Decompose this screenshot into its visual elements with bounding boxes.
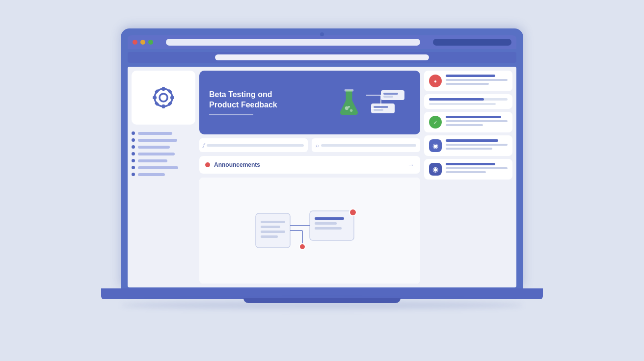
svg-rect-19 [383,96,393,98]
browser-search-bar [433,39,511,46]
avatar-3: ◉ [429,139,442,152]
sidebar-item-label [138,146,170,149]
svg-rect-33 [315,222,337,225]
banner-title: Beta Testing ond [209,90,329,100]
check-icon: ✓ [433,120,437,125]
filter-input[interactable]: 𝑓 [199,138,308,152]
toolbar-row: 𝑓 ⌕ [199,138,420,152]
right-card-2[interactable]: ✓ [424,112,512,132]
svg-rect-22 [374,109,383,111]
svg-point-11 [345,106,349,110]
card-text-line [446,144,508,146]
svg-rect-10 [345,89,353,92]
filter-input-line [207,144,304,147]
laptop-base [101,288,543,299]
card-text-line [446,167,508,169]
sidebar-item[interactable] [132,131,195,135]
browser-navbar [128,52,516,63]
card-content-1 [446,75,508,85]
main-content: Beta Testing ond Product Feedback [199,71,420,284]
card-content-3 [446,139,508,150]
search-icon: ⌕ [316,142,319,148]
svg-rect-20 [371,103,395,113]
banner-title-line2: Product Feedback [209,100,329,110]
sidebar-item[interactable] [132,145,195,149]
svg-rect-27 [261,235,278,238]
sidebar-item-label [138,153,175,155]
workflow-diagram [246,199,374,262]
address-bar[interactable] [166,39,420,46]
sidebar-item-label [138,159,167,162]
card-text-line [446,83,489,85]
svg-rect-21 [374,106,388,108]
search-input[interactable]: ⌕ [312,138,420,152]
gear-icon [149,83,178,112]
card-text-line [446,148,492,150]
navbar-content [215,54,429,60]
svg-point-30 [299,244,305,250]
svg-rect-18 [383,93,398,95]
svg-rect-31 [310,211,354,240]
card-text-line [446,124,483,126]
svg-rect-34 [315,227,342,230]
avatar-1: ● [429,75,442,87]
sidebar-item-label [138,173,165,176]
announcements-bar[interactable]: Announcements → [199,156,420,174]
gear-icon-box [132,71,195,125]
sidebar-bullet [132,152,135,155]
close-button-dot[interactable] [133,40,137,45]
svg-rect-5 [170,96,174,99]
banner: Beta Testing ond Product Feedback [199,71,420,134]
sidebar-item-label [138,166,178,169]
flask-icon [337,88,361,117]
avatar-2: ✓ [429,116,442,129]
sidebar-item[interactable] [132,159,195,162]
svg-point-13 [348,106,350,108]
sidebar-item[interactable] [132,166,195,169]
user-icon: ◉ [432,142,438,150]
workflow-area [199,178,420,284]
right-card-4[interactable]: ◉ [424,159,512,180]
progress-bar-fill [429,98,484,101]
left-sidebar [132,71,195,284]
card-content-4 [446,163,508,173]
sidebar-item[interactable] [132,173,195,176]
card-title-line [446,163,495,165]
laptop-illustration: Beta Testing ond Product Feedback [111,28,533,333]
right-card-3[interactable]: ◉ [424,135,512,156]
svg-rect-2 [162,87,165,91]
right-card-1[interactable]: ● [424,71,512,91]
svg-rect-3 [162,104,165,108]
sidebar-item[interactable] [132,138,195,142]
browser-titlebar [128,35,516,49]
progress-bar-bg [429,98,508,101]
maximize-button-dot[interactable] [148,40,153,45]
sidebar-item-label [138,139,177,142]
card-title-line [446,116,501,118]
card-content-2 [446,116,508,126]
announcements-arrow-icon[interactable]: → [407,161,414,169]
avatar-icon: ● [434,78,437,84]
card-text-line [446,79,508,81]
svg-rect-26 [261,231,285,233]
svg-rect-4 [153,96,157,99]
sidebar-item[interactable] [132,152,195,155]
card-text-line [446,171,486,173]
connector-diagram [366,88,405,117]
svg-rect-17 [381,90,404,100]
card-title-line [446,75,495,77]
progress-line [429,103,496,105]
svg-point-1 [160,94,167,102]
card-text-line [446,120,508,122]
search-input-line [321,144,416,147]
filter-icon: 𝑓 [203,142,205,148]
sidebar-bullet [132,159,135,162]
svg-rect-32 [315,217,344,220]
sidebar-bullet [132,173,135,176]
avatar-4: ◉ [429,163,442,176]
banner-underline [209,114,253,115]
sidebar-bullet [132,166,135,169]
announcements-dot [205,162,210,167]
minimize-button-dot[interactable] [140,40,145,45]
sidebar-bullet [132,138,135,142]
